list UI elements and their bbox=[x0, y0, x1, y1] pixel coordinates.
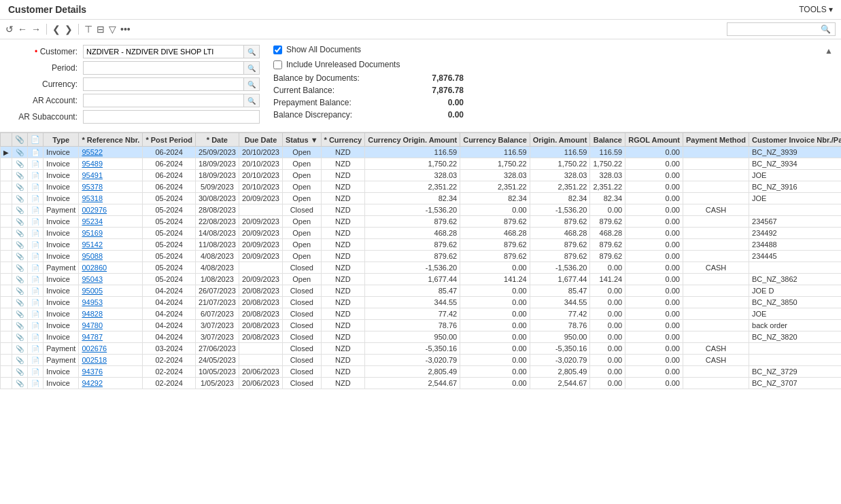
back-icon[interactable]: ← bbox=[18, 24, 27, 35]
row-ref[interactable]: 95005 bbox=[79, 285, 143, 297]
col-orig-amt[interactable]: Origin. Amount bbox=[530, 133, 590, 147]
row-ref-link[interactable]: 002676 bbox=[82, 344, 107, 353]
row-ref[interactable]: 002518 bbox=[79, 355, 143, 366]
row-ref[interactable]: 95318 bbox=[79, 193, 143, 204]
table-row[interactable]: 📎📄Invoice9504305-20241/08/202320/09/2023… bbox=[1, 274, 842, 285]
table-row[interactable]: 📎📄Payment00286005-20244/08/2023ClosedNZD… bbox=[1, 262, 842, 274]
fit-icon[interactable]: ⊤ bbox=[84, 24, 92, 35]
row-ref-link[interactable]: 95522 bbox=[82, 148, 103, 156]
row-ref-link[interactable]: 002860 bbox=[82, 264, 107, 272]
row-ref[interactable]: 94780 bbox=[79, 320, 143, 331]
row-ref-link[interactable]: 002976 bbox=[82, 206, 107, 214]
table-row[interactable]: 📎📄Invoice9508805-20244/08/202320/09/2023… bbox=[1, 251, 842, 262]
table-row[interactable]: 📎📄Payment00297605-202428/08/2023ClosedNZ… bbox=[1, 204, 842, 216]
table-row[interactable]: 📎📄Payment00251802-202424/05/2023ClosedNZ… bbox=[1, 355, 842, 366]
more-icon[interactable]: ••• bbox=[120, 24, 131, 35]
col-date[interactable]: * Date bbox=[195, 133, 239, 147]
row-ref[interactable]: 95491 bbox=[79, 170, 143, 181]
row-ref[interactable]: 95378 bbox=[79, 181, 143, 193]
customer-input[interactable] bbox=[83, 45, 244, 58]
filter-icon[interactable]: ▽ bbox=[109, 24, 116, 35]
search-input[interactable] bbox=[732, 24, 821, 34]
row-ref-link[interactable]: 94376 bbox=[82, 367, 103, 376]
row-ref-link[interactable]: 94828 bbox=[82, 310, 103, 318]
col-curr-orig-amt[interactable]: Currency Origin. Amount bbox=[365, 133, 460, 147]
table-row[interactable]: 📎📄Invoice9549106-202418/09/202320/10/202… bbox=[1, 170, 842, 181]
row-ref[interactable]: 94376 bbox=[79, 366, 143, 378]
ar-subaccount-input[interactable] bbox=[83, 110, 260, 124]
col-type[interactable]: Type bbox=[44, 133, 79, 147]
row-ref[interactable]: 95169 bbox=[79, 228, 143, 239]
row-ref[interactable]: 002676 bbox=[79, 343, 143, 355]
row-ref-link[interactable]: 95005 bbox=[82, 287, 103, 295]
search-box[interactable]: 🔍 bbox=[727, 22, 836, 36]
row-ref-link[interactable]: 94780 bbox=[82, 321, 103, 329]
ar-account-search-button[interactable]: 🔍 bbox=[244, 94, 260, 107]
row-ref[interactable]: 94953 bbox=[79, 297, 143, 308]
show-all-docs-checkbox[interactable] bbox=[273, 46, 282, 54]
table-row[interactable]: 📎📄Invoice9514205-202411/08/202320/09/202… bbox=[1, 239, 842, 251]
row-ref[interactable]: 94828 bbox=[79, 308, 143, 320]
table-row[interactable]: 📎📄Invoice9548906-202418/09/202320/10/202… bbox=[1, 158, 842, 170]
row-ref[interactable]: 002976 bbox=[79, 204, 143, 216]
tools-button[interactable]: TOOLS ▾ bbox=[799, 5, 833, 14]
table-row[interactable]: 📎📄Invoice9478704-20243/07/202320/08/2023… bbox=[1, 331, 842, 343]
col-balance[interactable]: Balance bbox=[590, 133, 625, 147]
row-ref[interactable]: 95142 bbox=[79, 239, 143, 251]
row-ref-link[interactable]: 95088 bbox=[82, 252, 103, 260]
col-cust-inv[interactable]: Customer Invoice Nbr./Payment Nbr. bbox=[749, 133, 841, 147]
row-ref[interactable]: 94787 bbox=[79, 331, 143, 343]
col-pay-method[interactable]: Payment Method bbox=[683, 133, 749, 147]
row-ref[interactable]: 94292 bbox=[79, 378, 143, 389]
table-row[interactable]: 📎📄Payment00267603-202427/06/2023ClosedNZ… bbox=[1, 343, 842, 355]
table-row[interactable]: 📎📄Invoice9437602-202410/05/202320/06/202… bbox=[1, 366, 842, 378]
row-ref-link[interactable]: 95043 bbox=[82, 275, 103, 283]
col-post[interactable]: * Post Period bbox=[143, 133, 195, 147]
col-status[interactable]: Status ▼ bbox=[283, 133, 322, 147]
include-unreleased-checkbox[interactable] bbox=[273, 60, 282, 69]
refresh-icon[interactable]: ↺ bbox=[5, 24, 14, 35]
collapse-button[interactable]: ▲ bbox=[825, 46, 833, 56]
row-ref-link[interactable]: 95378 bbox=[82, 183, 103, 191]
table-row[interactable]: 📎📄Invoice9516905-202414/08/202320/09/202… bbox=[1, 228, 842, 239]
table-row[interactable]: 📎📄Invoice9478004-20243/07/202320/08/2023… bbox=[1, 320, 842, 331]
next-icon[interactable]: ❯ bbox=[65, 24, 73, 35]
col-currency[interactable]: * Currency bbox=[321, 133, 365, 147]
row-ref-link[interactable]: 94787 bbox=[82, 333, 103, 341]
row-ref[interactable]: 95234 bbox=[79, 216, 143, 228]
row-ref[interactable]: 95522 bbox=[79, 147, 143, 158]
row-ref-link[interactable]: 94292 bbox=[82, 379, 103, 387]
table-row[interactable]: 📎📄Invoice9500504-202426/07/202320/08/202… bbox=[1, 285, 842, 297]
table-row[interactable]: 📎📄Invoice9523405-202422/08/202320/09/202… bbox=[1, 216, 842, 228]
table-icon[interactable]: ⊟ bbox=[97, 24, 105, 35]
table-row[interactable]: 📎📄Invoice9495304-202421/07/202320/08/202… bbox=[1, 297, 842, 308]
row-ref[interactable]: 95088 bbox=[79, 251, 143, 262]
currency-search-button[interactable]: 🔍 bbox=[244, 77, 260, 91]
table-row[interactable]: 📎📄Invoice9429202-20241/05/202320/06/2023… bbox=[1, 378, 842, 389]
currency-input[interactable] bbox=[83, 77, 244, 91]
col-curr-bal[interactable]: Currency Balance bbox=[460, 133, 530, 147]
row-ref-link[interactable]: 95169 bbox=[82, 229, 103, 237]
row-ref[interactable]: 95489 bbox=[79, 158, 143, 170]
table-row[interactable]: 📎📄Invoice9537806-20245/09/202320/10/2023… bbox=[1, 181, 842, 193]
period-input[interactable] bbox=[83, 61, 244, 75]
ar-account-input[interactable] bbox=[83, 94, 244, 107]
customer-search-button[interactable]: 🔍 bbox=[244, 45, 260, 58]
row-ref-link[interactable]: 94953 bbox=[82, 298, 103, 306]
row-ref-link[interactable]: 95318 bbox=[82, 194, 103, 202]
row-ref-link[interactable]: 95234 bbox=[82, 217, 103, 226]
col-ref[interactable]: * Reference Nbr. bbox=[79, 133, 143, 147]
row-ref-link[interactable]: 95142 bbox=[82, 240, 103, 249]
period-search-button[interactable]: 🔍 bbox=[244, 61, 260, 75]
row-ref-link[interactable]: 002518 bbox=[82, 356, 107, 364]
row-ref[interactable]: 002860 bbox=[79, 262, 143, 274]
prev-icon[interactable]: ❮ bbox=[52, 24, 61, 35]
row-ref-link[interactable]: 95491 bbox=[82, 171, 103, 179]
table-row[interactable]: 📎📄Invoice9531805-202430/08/202320/09/202… bbox=[1, 193, 842, 204]
row-ref-link[interactable]: 95489 bbox=[82, 160, 103, 168]
col-due[interactable]: Due Date bbox=[239, 133, 282, 147]
forward-icon[interactable]: → bbox=[31, 24, 41, 35]
table-row[interactable]: 📎📄Invoice9482804-20246/07/202320/08/2023… bbox=[1, 308, 842, 320]
col-rgol[interactable]: RGOL Amount bbox=[625, 133, 683, 147]
row-ref[interactable]: 95043 bbox=[79, 274, 143, 285]
